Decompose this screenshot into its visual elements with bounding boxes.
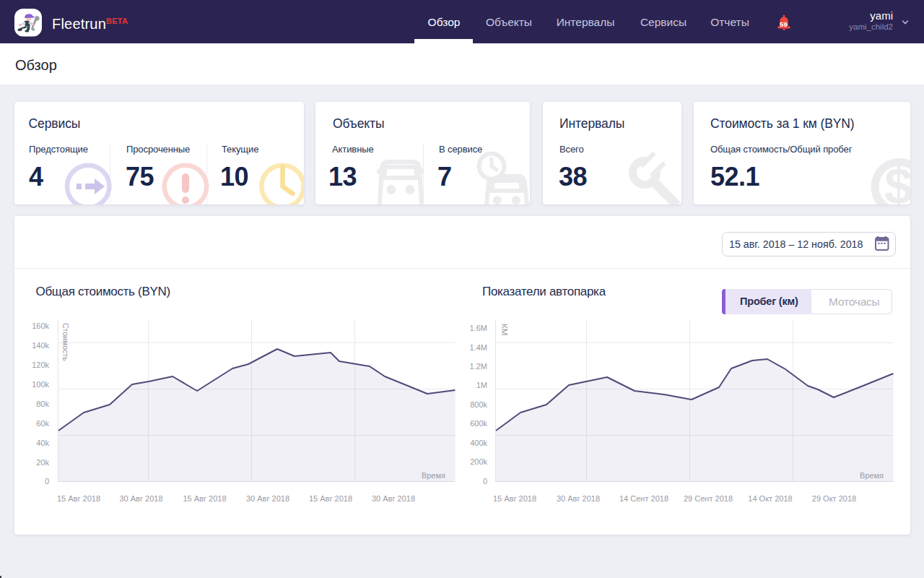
svg-text:1M: 1M	[476, 381, 487, 389]
svg-text:1.4M: 1.4M	[470, 343, 487, 352]
svg-text:$: $	[884, 158, 910, 204]
svg-text:200k: 200k	[470, 457, 487, 466]
svg-text:15 Авг 2018: 15 Авг 2018	[493, 494, 536, 503]
svg-text:КМ: КМ	[500, 324, 509, 335]
svg-text:160k: 160k	[32, 322, 49, 330]
svg-text:30 Авг 2018: 30 Авг 2018	[246, 494, 289, 503]
svg-text:Время: Время	[860, 471, 884, 480]
svg-text:15 Авг 2018: 15 Авг 2018	[309, 494, 352, 503]
svg-text:20k: 20k	[36, 458, 49, 467]
svg-text:120k: 120k	[32, 361, 49, 369]
svg-text:400k: 400k	[470, 439, 487, 447]
svg-text:Время: Время	[422, 471, 445, 480]
svg-text:1.6M: 1.6M	[470, 324, 487, 332]
svg-text:80k: 80k	[36, 400, 49, 408]
svg-text:29 Сент 2018: 29 Сент 2018	[684, 494, 733, 503]
svg-text:29 Окт 2018: 29 Окт 2018	[812, 494, 856, 503]
svg-text:0: 0	[45, 477, 49, 486]
svg-text:60k: 60k	[36, 419, 49, 428]
svg-text:15 Авг 2018: 15 Авг 2018	[183, 494, 226, 503]
svg-text:30 Авг 2018: 30 Авг 2018	[119, 494, 162, 503]
svg-text:800k: 800k	[470, 400, 487, 409]
svg-text:600k: 600k	[470, 419, 487, 428]
svg-text:30 Авг 2018: 30 Авг 2018	[372, 494, 415, 503]
svg-text:140k: 140k	[32, 341, 49, 350]
svg-text:40k: 40k	[36, 439, 49, 447]
svg-text:0: 0	[483, 477, 487, 486]
svg-text:14 Сент 2018: 14 Сент 2018	[619, 494, 668, 503]
svg-text:15 Авг 2018: 15 Авг 2018	[57, 494, 100, 503]
svg-text:59: 59	[780, 20, 788, 28]
svg-text:30 Авг 2018: 30 Авг 2018	[557, 494, 600, 503]
svg-text:Стоимость: Стоимость	[61, 323, 70, 361]
svg-text:1.2M: 1.2M	[470, 362, 487, 371]
svg-text:14 Окт 2018: 14 Окт 2018	[748, 494, 792, 503]
svg-text:100k: 100k	[32, 380, 49, 389]
